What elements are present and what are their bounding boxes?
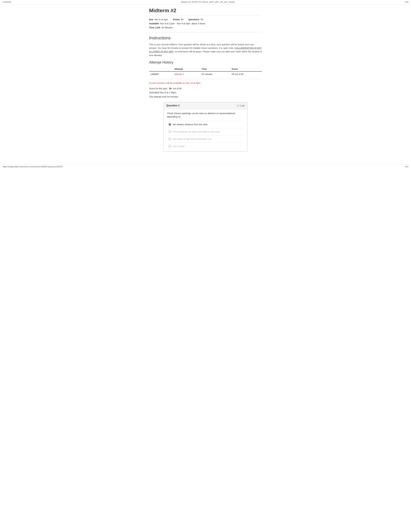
attempt-table-row: LATEST Attempt 1 54 minutes 59 out of 60	[149, 71, 262, 77]
info-row-3: Time Limit 60 Minutes	[149, 26, 262, 30]
score-label: Score for this quiz:	[149, 87, 168, 90]
score-line: Score for this quiz: 59 out of 60	[149, 86, 262, 91]
available-value: Nov 8 at 12pm - Nov 8 at 3pm	[160, 22, 190, 25]
footer-page-num: 1/34	[405, 166, 408, 168]
attempt-table: Attempt Time Score LATEST Attempt 1 54 m…	[149, 67, 262, 77]
available-label-text: Available Nov 8 at 12pm - Nov 8 at 3pm a…	[149, 22, 205, 26]
time-limit-value: 60 Minutes	[162, 26, 173, 29]
col-attempt-header: Attempt	[173, 67, 200, 71]
question-1-points: 1 / 1 pts	[237, 104, 245, 107]
score-value: 59	[169, 87, 172, 90]
answer-option-1[interactable]: the viewers distance from the work	[167, 122, 244, 127]
time-limit-label: Time Limit	[149, 26, 160, 29]
instructions-text: This is your second midterm. One questio…	[149, 43, 262, 57]
info-row-1: Due Nov 8 at 3pm Points 60 Questions 60	[149, 18, 262, 22]
available-label: Available	[149, 22, 159, 25]
attempt-history-title: Attempt History	[149, 60, 262, 65]
attempt-time-line: This attempt took 54 minutes.	[149, 95, 262, 99]
correct-answers-notice: Correct answers will be available on Nov…	[149, 82, 262, 84]
score-info: Score for this quiz: 59 out of 60 Submit…	[149, 86, 262, 99]
col-score-header: Score	[230, 67, 262, 71]
time-limit-label-text: Time Limit 60 Minutes	[149, 26, 173, 30]
col-empty	[149, 67, 173, 71]
attempt-link-cell[interactable]: Attempt 1	[173, 71, 200, 77]
questions-label: Questions	[188, 18, 199, 21]
latest-label: LATEST	[149, 71, 173, 77]
points-value: 60	[181, 18, 184, 21]
footer-bar: https://oregonstate.instructure.com/cour…	[0, 164, 411, 169]
browser-date: 11/8/2016	[3, 1, 11, 3]
radio-2	[168, 130, 171, 133]
answer-divider-1	[167, 128, 244, 128]
divider-2	[149, 79, 262, 79]
answer-text-1: the viewers distance from the work	[173, 123, 208, 126]
score-total: out of 60	[173, 87, 182, 90]
browser-page-num: 1/34	[405, 1, 408, 3]
due-value: Nov 8 at 3pm	[155, 18, 168, 21]
question-1-body: Chuck Close's paintings can be seen as a…	[164, 109, 247, 151]
attempt-link[interactable]: Attempt 1	[174, 73, 184, 76]
attempt-time-cell: 54 minutes	[200, 71, 230, 77]
answer-option-4[interactable]: one's mood	[167, 144, 244, 149]
info-row-2: Available Nov 8 at 12pm - Nov 8 at 3pm a…	[149, 22, 262, 26]
attempt-table-header-row: Attempt Time Score	[149, 67, 262, 71]
available-small: about 3 hours	[191, 22, 205, 25]
exam-info: Due Nov 8 at 3pm Points 60 Questions 60 …	[149, 18, 262, 30]
instructions-title: Instructions	[149, 36, 262, 40]
due-label-text: Due Nov 8 at 3pm	[149, 18, 168, 22]
footer-url: https://oregonstate.instructure.com/cour…	[3, 166, 63, 168]
exam-title: Midterm #2	[149, 8, 262, 15]
points-label: Points	[173, 18, 180, 21]
answer-divider-2	[167, 135, 244, 135]
browser-bar: 11/8/2016 Midterm #2: INTRO TO VISUAL AR…	[0, 0, 411, 4]
question-1-box: Question 1 1 / 1 pts Chuck Close's paint…	[164, 102, 247, 152]
questions-label-text: Questions 60	[188, 18, 203, 22]
answer-divider-3	[167, 142, 244, 143]
radio-4	[168, 145, 171, 148]
question-1-header: Question 1 1 / 1 pts	[164, 102, 247, 109]
question-1-text: Chuck Close's paintings can be seen as a…	[167, 112, 244, 118]
col-time-header: Time	[200, 67, 230, 71]
answer-text-3: how loose or tight his brushstrokes are	[173, 138, 211, 140]
attempt-score-cell: 59 out of 60	[230, 71, 262, 77]
radio-inner-1	[169, 124, 170, 125]
answer-option-3[interactable]: how loose or tight his brushstrokes are	[167, 136, 244, 142]
answer-option-2[interactable]: if the paintings are black and white or …	[167, 129, 244, 134]
question-1-title: Question 1	[166, 104, 180, 107]
radio-3	[168, 138, 171, 140]
submitted-line: Submitted Nov 8 at 1:39pm	[149, 91, 262, 95]
points-label-text: Points 60	[173, 18, 184, 22]
page-container: Midterm #2 Due Nov 8 at 3pm Points 60 Qu…	[144, 4, 267, 158]
radio-1	[168, 123, 171, 126]
due-label: Due	[149, 18, 153, 21]
answer-text-2: if the paintings are black and white or …	[173, 130, 220, 133]
answer-text-4: one's mood	[173, 145, 184, 148]
questions-value: 60	[201, 18, 203, 21]
browser-page-title: Midterm #2: INTRO TO VISUAL ARTS (ART_10…	[181, 1, 235, 3]
